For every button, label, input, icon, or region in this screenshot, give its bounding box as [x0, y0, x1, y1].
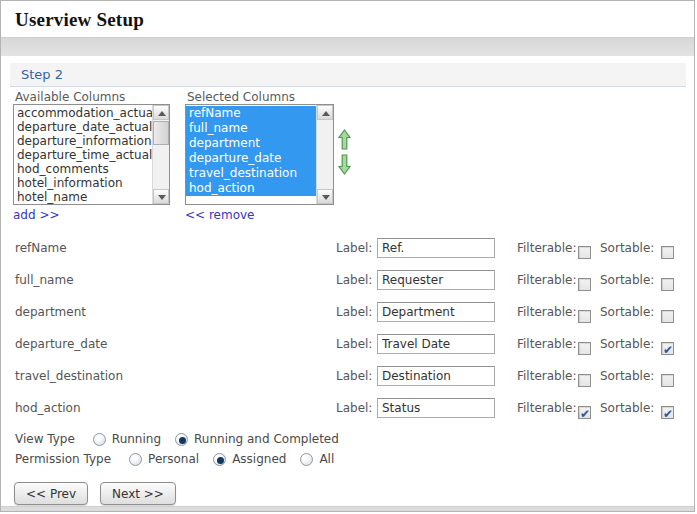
field-name: hod_action: [15, 398, 81, 419]
filterable-caption: Filterable:: [517, 366, 576, 387]
filterable-checkbox[interactable]: [578, 406, 591, 419]
selected-column-option[interactable]: refName: [186, 106, 316, 121]
permission-type-options: Permission TypePersonalAssignedAll: [15, 451, 342, 467]
field-row: travel_destinationLabel:Filterable:Sorta…: [1, 366, 694, 387]
available-columns-items: accommodation_actualdeparture_date_actua…: [14, 105, 152, 204]
filterable-caption: Filterable:: [517, 334, 576, 355]
permission-type-option-label: All: [319, 452, 334, 466]
label-caption: Label:: [336, 238, 372, 259]
field-name: departure_date: [15, 334, 107, 355]
label-caption: Label:: [336, 366, 372, 387]
label-input[interactable]: [377, 366, 495, 386]
label-caption: Label:: [336, 302, 372, 323]
filterable-checkbox[interactable]: [578, 342, 591, 355]
selected-columns-items: refNamefull_namedepartmentdeparture_date…: [186, 105, 316, 204]
sortable-caption: Sortable:: [600, 270, 654, 291]
scroll-up-button[interactable]: [153, 105, 169, 120]
selected-scrollbar[interactable]: [316, 105, 333, 204]
filterable-caption: Filterable:: [517, 238, 576, 259]
sortable-checkbox[interactable]: [661, 406, 674, 419]
available-column-option[interactable]: hod_comments: [14, 162, 152, 176]
available-column-option[interactable]: departure_time_actual: [14, 148, 152, 162]
sortable-checkbox[interactable]: [661, 374, 674, 387]
available-column-option[interactable]: departure_information: [14, 134, 152, 148]
selected-column-option[interactable]: department: [186, 136, 316, 151]
scrollbar-thumb[interactable]: [153, 121, 169, 145]
view-type-radio[interactable]: [93, 433, 106, 446]
permission-type-radio[interactable]: [300, 453, 313, 466]
field-name: travel_destination: [15, 366, 123, 387]
selected-column-option[interactable]: departure_date: [186, 151, 316, 166]
label-input[interactable]: [377, 334, 495, 354]
scroll-up-icon: [158, 111, 166, 116]
label-input[interactable]: [377, 302, 495, 322]
available-scrollbar[interactable]: [152, 105, 169, 204]
sortable-caption: Sortable:: [600, 302, 654, 323]
field-name: refName: [15, 238, 67, 259]
view-type-radio[interactable]: [175, 433, 188, 446]
selected-column-option[interactable]: full_name: [186, 121, 316, 136]
selected-columns-label: Selected Columns: [187, 90, 295, 104]
field-row: departure_dateLabel:Filterable:Sortable:: [1, 334, 694, 355]
step-label: Step 2: [21, 67, 63, 82]
sortable-checkbox[interactable]: [661, 246, 674, 259]
page-title: Userview Setup: [15, 9, 144, 31]
available-columns-label: Available Columns: [15, 90, 125, 104]
scroll-down-button[interactable]: [153, 189, 169, 204]
scroll-down-icon: [322, 195, 330, 200]
scroll-up-button[interactable]: [317, 105, 333, 120]
selected-column-option[interactable]: hod_action: [186, 181, 316, 196]
scroll-down-icon: [158, 195, 166, 200]
field-row: departmentLabel:Filterable:Sortable:: [1, 302, 694, 323]
add-link[interactable]: add >>: [13, 208, 60, 222]
permission-type-radio[interactable]: [213, 453, 226, 466]
available-column-option[interactable]: hotel_name: [14, 190, 152, 204]
sortable-checkbox[interactable]: [661, 278, 674, 291]
filterable-checkbox[interactable]: [578, 374, 591, 387]
view-type-option-label: Running and Completed: [194, 432, 339, 446]
sortable-checkbox[interactable]: [661, 310, 674, 323]
label-input[interactable]: [377, 238, 495, 258]
permission-type-radio[interactable]: [129, 453, 142, 466]
view-type-label: View Type: [15, 432, 75, 446]
available-column-option[interactable]: accommodation_actual: [14, 106, 152, 120]
filterable-caption: Filterable:: [517, 398, 576, 419]
remove-link[interactable]: << remove: [185, 208, 255, 222]
label-input[interactable]: [377, 398, 495, 418]
sortable-caption: Sortable:: [600, 398, 654, 419]
userview-setup-window: Userview Setup Step 2 Available Columns …: [0, 0, 695, 512]
available-columns-listbox[interactable]: accommodation_actualdeparture_date_actua…: [13, 104, 170, 205]
view-type-options: View TypeRunningRunning and Completed: [15, 431, 347, 447]
selected-column-option[interactable]: travel_destination: [186, 166, 316, 181]
label-caption: Label:: [336, 334, 372, 355]
field-row: full_nameLabel:Filterable:Sortable:: [1, 270, 694, 291]
scroll-down-button[interactable]: [317, 189, 333, 204]
sortable-caption: Sortable:: [600, 366, 654, 387]
available-column-option[interactable]: hotel_information: [14, 176, 152, 190]
footer-band: [1, 506, 694, 512]
step-header: Step 2: [10, 63, 686, 87]
prev-button[interactable]: << Prev: [14, 482, 88, 505]
available-column-option[interactable]: departure_date_actual: [14, 120, 152, 134]
selected-columns-listbox[interactable]: refNamefull_namedepartmentdeparture_date…: [185, 104, 334, 205]
filterable-caption: Filterable:: [517, 302, 576, 323]
filterable-checkbox[interactable]: [578, 278, 591, 291]
next-button[interactable]: Next >>: [100, 482, 176, 505]
sortable-caption: Sortable:: [600, 238, 654, 259]
permission-type-option-label: Assigned: [232, 452, 286, 466]
permission-type-option-label: Personal: [148, 452, 199, 466]
move-up-icon[interactable]: [338, 129, 351, 150]
view-type-option-label: Running: [112, 432, 161, 446]
move-down-icon[interactable]: [338, 154, 351, 175]
filterable-checkbox[interactable]: [578, 246, 591, 259]
sortable-checkbox[interactable]: [661, 342, 674, 355]
label-caption: Label:: [336, 398, 372, 419]
filterable-caption: Filterable:: [517, 270, 576, 291]
reorder-arrows: [338, 129, 352, 179]
sortable-caption: Sortable:: [600, 334, 654, 355]
filterable-checkbox[interactable]: [578, 310, 591, 323]
label-input[interactable]: [377, 270, 495, 290]
scroll-up-icon: [322, 111, 330, 116]
field-name: department: [15, 302, 86, 323]
permission-type-label: Permission Type: [15, 452, 111, 466]
